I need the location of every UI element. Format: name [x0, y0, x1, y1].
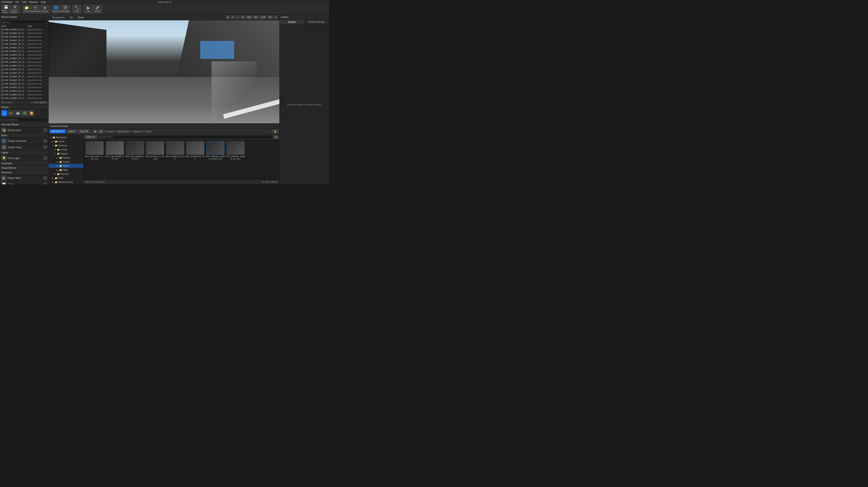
asset-floor_cap_straight_4m_01a[interactable]: floor_cap_straight_4m_01a: [125, 141, 145, 160]
place-item-add-button[interactable]: +: [43, 128, 47, 132]
outliner-row[interactable]: ⬛ wall_straight_2m_01a41 StaticMeshActor: [0, 57, 49, 60]
viewport-tab-lit[interactable]: Lit: [68, 15, 74, 20]
outliner-row[interactable]: ⬛ wall_straight_2m_01a39 StaticMeshActor: [0, 50, 49, 53]
breadcrumb-objects[interactable]: Objects: [133, 130, 141, 133]
place-item-add-button[interactable]: +: [43, 156, 47, 160]
outliner-row[interactable]: ⬛ wall_straight_2m_01a45 StaticMeshActor: [0, 71, 49, 75]
modes-section-cinematic[interactable]: Cinematic: [0, 161, 49, 166]
asset-floor_cap_corner_in_2m_01a[interactable]: floor_cap_corner_in_2m_01a: [85, 141, 104, 160]
place-item-add-button[interactable]: +: [43, 139, 47, 143]
scale-mode-button[interactable]: ↕: [236, 15, 240, 19]
asset-floor_straight_8m_01a[interactable]: floor_straight_8m_01a: [186, 141, 205, 160]
place-item-cube[interactable]: ⬜ Cube +: [0, 181, 49, 184]
geometry-mode-button[interactable]: 🎨: [29, 110, 34, 116]
outliner-row[interactable]: ⬛ wall_straight_2m_01a44 StaticMeshActor: [0, 68, 49, 71]
foliage-mode-button[interactable]: 🌿: [22, 110, 28, 116]
camera-speed-button[interactable]: 📷: [268, 15, 273, 19]
outliner-search-input[interactable]: [1, 20, 48, 24]
source-control-button[interactable]: ⑆ Source Control: [11, 5, 20, 13]
maximize-button[interactable]: ⤢: [274, 15, 278, 19]
tree-item-startercontent[interactable]: ▶ 📁 StarterContent: [49, 180, 84, 184]
outliner-row[interactable]: ⬛ wall_straight_2m_01a42 StaticMeshActor: [0, 60, 49, 64]
tree-item-contents[interactable]: ▼ 📁 Contents: [49, 143, 84, 148]
launch-button[interactable]: 🚀 Launch: [93, 5, 102, 13]
content-search-input[interactable]: [98, 135, 273, 139]
content-button[interactable]: 📁 Content: [22, 5, 31, 13]
asset-floor_junction_1_4m_01a[interactable]: floor_junction_1_4m_01a: [145, 141, 164, 160]
menu-window[interactable]: Window: [29, 1, 38, 3]
save-all-button[interactable]: Save All: [78, 129, 90, 133]
asset-floor_walkway_angled_custom_01a[interactable]: floor_walkway_angled_custom_01a: [206, 141, 225, 160]
cb-view-options[interactable]: ▼ View Options: [262, 181, 278, 183]
place-item-player-start[interactable]: ▶ Player Start +: [0, 175, 49, 181]
breadcrumb-floors[interactable]: Floors: [145, 130, 152, 133]
place-item-add-button[interactable]: +: [43, 145, 47, 149]
tree-item-textures[interactable]: ▶ 📁 Textures: [49, 172, 84, 176]
tree-item-library[interactable]: ▶ 📁 Library: [49, 148, 84, 152]
outliner-row[interactable]: ⬛ wall_straight_2m_01a40 StaticMeshActor: [0, 53, 49, 57]
outliner-row[interactable]: ⬛ wall_straight_2m_01a33 StaticMeshActor: [0, 28, 49, 31]
outliner-row[interactable]: ⬛ wall_straight_2m_01a35 StaticMeshActor: [0, 35, 49, 39]
build-button[interactable]: 🔨 Build: [72, 5, 81, 13]
scale-val-button[interactable]: 0.25: [260, 15, 267, 19]
outliner-view-options[interactable]: ▼ View Options: [31, 101, 47, 104]
save-current-button[interactable]: 💾 Save Current: [2, 5, 10, 13]
modes-section-visual-effects[interactable]: Visual Effects: [0, 166, 49, 170]
outliner-row[interactable]: ⬛ wall_straight_2m_01a47 StaticMeshActor: [0, 78, 49, 82]
paint-mode-button[interactable]: ✏: [8, 110, 14, 116]
add-new-button[interactable]: Add New ▼: [50, 129, 66, 133]
outliner-row[interactable]: ⬛ wall_straight_2m_01a55 StaticMeshActor: [0, 93, 49, 96]
tab-world-settings[interactable]: World Settings: [305, 20, 329, 24]
breadcrumb-modularkit[interactable]: ModularKit: [117, 130, 129, 133]
outliner-row[interactable]: ⬛ wall_straight_2m_01a48 StaticMeshActor: [0, 82, 49, 86]
tree-item-modularkit[interactable]: ▼ 📁 ModularKit: [49, 135, 84, 139]
outliner-row[interactable]: ⬛ wall_straight_2m_01a36 StaticMeshActor: [0, 39, 49, 42]
play-button[interactable]: ▶ Play: [84, 5, 93, 13]
tree-item-addons[interactable]: ▶ 📁 Addons: [49, 156, 84, 160]
menu-edit[interactable]: Edit: [22, 1, 26, 3]
place-mode-button[interactable]: 🖊: [1, 110, 7, 116]
import-button[interactable]: Import: [66, 129, 77, 133]
tree-item-walls[interactable]: ▶ 📁 Walls: [49, 168, 84, 172]
place-item-empty-actor[interactable]: 🎭 Empty Actor +: [0, 127, 49, 133]
modes-section-recently-placed[interactable]: Recently Placed: [0, 123, 49, 127]
outliner-row[interactable]: ⬛ wall_straight_2m_01a37 StaticMeshActor: [0, 42, 49, 46]
viewport-tab-show[interactable]: Show: [75, 15, 86, 20]
outliner-row[interactable]: ⬛ wall_straight_2m_01a46 StaticMeshActor: [0, 75, 49, 78]
tree-item-floors[interactable]: ▶ 📁 Floors: [49, 164, 84, 168]
outliner-row[interactable]: ⬛ wall_straight_2m_01a38 StaticMeshActor: [0, 46, 49, 50]
rotate-mode-button[interactable]: ↻: [231, 15, 235, 19]
angle-button[interactable]: 45°: [253, 15, 259, 19]
outliner-row[interactable]: ⬛ wall_straight_2m_01a43 StaticMeshActor: [0, 64, 49, 68]
modes-section-geometry[interactable]: Geometry: [0, 170, 49, 175]
menu-help[interactable]: Help: [41, 1, 46, 3]
place-item-add-button[interactable]: +: [43, 183, 47, 185]
blueprints-button[interactable]: 🔵 Blueprints: [52, 5, 61, 13]
place-item-point-light[interactable]: 💡 Point Light +: [0, 155, 49, 161]
tab-details[interactable]: Details: [280, 20, 305, 24]
asset-floor_cap_straight_2m_01a[interactable]: floor_cap_straight_2m_01a: [105, 141, 124, 160]
modes-section-lights[interactable]: Lights: [0, 151, 49, 155]
modes-section-basic[interactable]: Basic: [0, 133, 49, 138]
grid-size-button[interactable]: 100: [246, 15, 252, 19]
translate-mode-button[interactable]: ⊕: [225, 15, 230, 19]
tree-item-pom[interactable]: ▶ 📁 POM: [49, 176, 84, 180]
place-item-empty-pawn[interactable]: 👾 Empty Pawn +: [0, 144, 49, 151]
place-item-add-button[interactable]: +: [43, 176, 47, 180]
outliner-row[interactable]: ⬛ wall_straight_2m_01a56 StaticMeshActor: [0, 96, 49, 100]
world-local-button[interactable]: ⊞: [241, 15, 245, 19]
viewport-tab-perspective[interactable]: Perspective: [50, 15, 67, 20]
landscape-mode-button[interactable]: 🏔: [15, 110, 21, 116]
filters-button[interactable]: Filters ▼: [85, 135, 97, 139]
nav-back-button[interactable]: ◀: [92, 129, 98, 133]
lock-button[interactable]: 🔒: [272, 129, 278, 133]
marketplace-button[interactable]: 🛒 Marketplace: [31, 5, 40, 13]
outliner-row[interactable]: ⬛ wall_straight_2m_01a34 StaticMeshActor: [0, 31, 49, 35]
viewport[interactable]: [49, 20, 279, 123]
breadcrumb-content[interactable]: Content: [105, 130, 114, 133]
view-toggle-button[interactable]: ⊞: [274, 135, 278, 139]
outliner-row[interactable]: ⬛ wall_straight_2m_01a54 StaticMeshActor: [0, 89, 49, 93]
asset-floor_walkway_straight_4m_01a[interactable]: floor_walkway_straight_4m_01a: [226, 141, 245, 160]
tree-item-objects[interactable]: ▼ 📁 Objects: [49, 152, 84, 156]
outliner-row[interactable]: ⬛ wall_straight_2m_01a53 StaticMeshActor: [0, 86, 49, 89]
